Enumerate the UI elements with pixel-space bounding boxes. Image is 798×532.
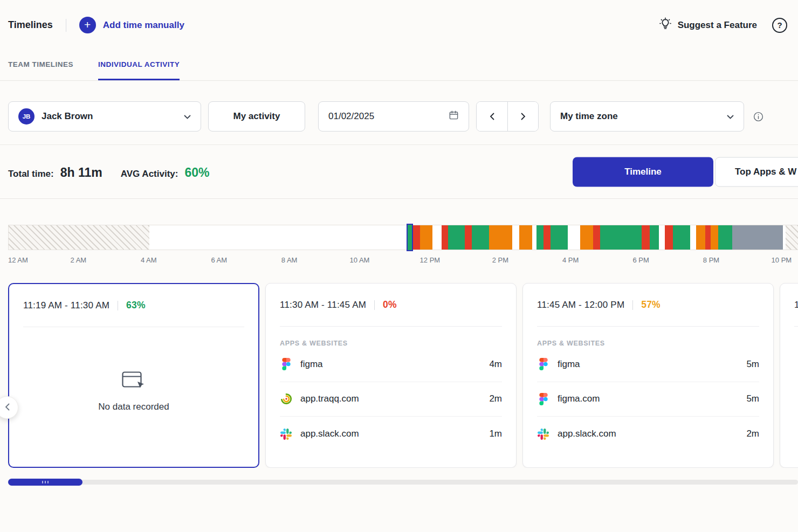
timeline-segment[interactable] — [673, 225, 690, 250]
user-name: Jack Brown — [42, 111, 93, 122]
timeline-segment[interactable] — [711, 225, 718, 250]
timeline-segment[interactable] — [705, 225, 711, 250]
app-usage-row[interactable]: app.slack.com 1m — [280, 417, 502, 452]
timeline-axis-label: 2 PM — [492, 256, 508, 264]
timezone-value: My time zone — [560, 111, 618, 122]
app-usage-row[interactable]: figma 5m — [537, 347, 759, 382]
tab-bar: TEAM TIMELINES INDIVIDUAL ACTIVITY — [0, 50, 798, 81]
help-button[interactable]: ? — [772, 18, 787, 33]
tab-team-timelines[interactable]: TEAM TIMELINES — [8, 50, 73, 80]
timeline-segment[interactable] — [642, 225, 650, 250]
prev-day-button[interactable] — [477, 102, 507, 131]
figma-icon — [537, 358, 549, 370]
card-header: 11:45 AM - 12:00 PM 57% — [537, 284, 759, 327]
timeline-segment[interactable] — [519, 225, 532, 250]
app-usage-row[interactable]: app.slack.com 2m — [537, 417, 759, 452]
avatar: JB — [18, 108, 35, 125]
tab-individual-activity[interactable]: INDIVIDUAL ACTIVITY — [98, 50, 180, 80]
timeline-section — [8, 225, 798, 250]
card-divider — [118, 301, 118, 310]
figma-icon — [280, 358, 292, 370]
timeline-axis-label: 12 AM — [8, 256, 28, 264]
topbar-right: Suggest a Feature ? — [659, 17, 787, 33]
info-icon[interactable] — [753, 111, 764, 122]
view-toggle: Timeline Top Apps & W — [573, 157, 798, 186]
timeline-segment[interactable] — [544, 225, 550, 250]
timeline-segment[interactable] — [472, 225, 489, 250]
card-divider — [374, 300, 375, 310]
figma-icon — [537, 393, 549, 405]
timezone-select[interactable]: My time zone — [550, 101, 744, 132]
apps-websites-label: APPS & WEBSITES — [280, 340, 502, 347]
timeline-segment[interactable] — [536, 225, 544, 250]
lightbulb-icon — [659, 17, 672, 33]
timeline-axis-label: 4 AM — [141, 256, 157, 264]
chevron-down-icon — [184, 111, 191, 122]
title-divider — [66, 19, 66, 32]
timeline-axis-label: 10 AM — [350, 256, 370, 264]
activity-card[interactable]: 11:45 AM - 12:00 PM 57%APPS & WEBSITES f… — [522, 283, 774, 468]
app-name: app.traqq.com — [300, 393, 359, 404]
horizontal-scrollbar[interactable] — [8, 480, 798, 485]
page-title: Timelines — [8, 19, 53, 31]
card-divider — [632, 300, 633, 310]
timeline-segment[interactable] — [696, 225, 706, 250]
timeline-view-button[interactable]: Timeline — [573, 157, 713, 186]
card-activity-percent: 57% — [641, 299, 661, 310]
timeline-segment[interactable] — [551, 225, 568, 250]
timeline-axis-label: 6 AM — [211, 256, 227, 264]
traqq-icon — [280, 393, 292, 405]
timeline-bar[interactable] — [8, 225, 798, 250]
app-duration: 2m — [489, 393, 502, 404]
timeline-segment[interactable] — [600, 225, 642, 250]
topbar-left: Timelines + Add time manually — [8, 17, 184, 33]
no-data-icon — [122, 371, 146, 393]
timeline-segment[interactable] — [489, 225, 513, 250]
timeline-segment-selected[interactable] — [407, 224, 413, 251]
card-time-range: 11:45 AM - 12:00 PM — [537, 300, 624, 310]
chevron-down-icon — [727, 111, 734, 122]
app-usage-row[interactable]: figma.com 5m — [537, 382, 759, 417]
filters-row: JB Jack Brown My activity 01/02/2025 My … — [0, 81, 798, 145]
app-duration: 1m — [489, 429, 502, 439]
activity-card[interactable]: 1 — [780, 283, 798, 468]
activity-card[interactable]: 11:19 AM - 11:30 AM 63% No data recorded — [8, 283, 259, 468]
app-name: app.slack.com — [558, 429, 616, 439]
timeline-segment[interactable] — [448, 225, 465, 250]
date-picker[interactable]: 01/02/2025 — [318, 101, 469, 132]
activity-card[interactable]: 11:30 AM - 11:45 AM 0%APPS & WEBSITES fi… — [265, 283, 517, 468]
timeline-segment[interactable] — [413, 225, 420, 250]
timeline-axis-label: 4 PM — [562, 256, 579, 264]
timeline-axis-label: 6 PM — [632, 256, 649, 264]
timeline-segment[interactable] — [718, 225, 732, 250]
activity-cards: 11:19 AM - 11:30 AM 63% No data recorded… — [0, 267, 798, 468]
date-value: 01/02/2025 — [328, 111, 374, 122]
suggest-feature-button[interactable]: Suggest a Feature — [659, 17, 757, 33]
my-activity-button[interactable]: My activity — [208, 101, 305, 132]
timeline-axis-label: 12 PM — [420, 256, 441, 264]
next-day-button[interactable] — [507, 102, 538, 131]
app-usage-row[interactable]: figma 4m — [280, 347, 502, 382]
top-apps-view-button[interactable]: Top Apps & W — [715, 157, 798, 186]
app-name: figma — [558, 359, 580, 370]
scrollbar-thumb[interactable] — [8, 479, 82, 486]
timeline-segment[interactable] — [465, 225, 471, 250]
timeline-segment[interactable] — [420, 225, 432, 250]
app-name: figma — [300, 359, 323, 370]
timeline-segment[interactable] — [732, 225, 783, 250]
apps-websites-label: APPS & WEBSITES — [537, 340, 759, 347]
timeline-segment[interactable] — [593, 225, 600, 250]
app-duration: 5m — [746, 359, 759, 370]
timeline-segment[interactable] — [580, 225, 594, 250]
timeline-segment[interactable] — [665, 225, 673, 250]
user-select[interactable]: JB Jack Brown — [8, 101, 201, 132]
timeline-segment[interactable] — [650, 225, 659, 250]
app-usage-row[interactable]: app.traqq.com 2m — [280, 382, 502, 417]
timeline-segment[interactable] — [442, 225, 448, 250]
no-data-placeholder: No data recorded — [23, 327, 244, 457]
card-header: 1 — [794, 284, 798, 327]
app-duration: 4m — [489, 359, 502, 370]
add-time-manually-button[interactable]: + Add time manually — [79, 17, 184, 33]
slack-icon — [537, 428, 549, 440]
avg-activity-label: AVG Activity: — [121, 169, 178, 179]
